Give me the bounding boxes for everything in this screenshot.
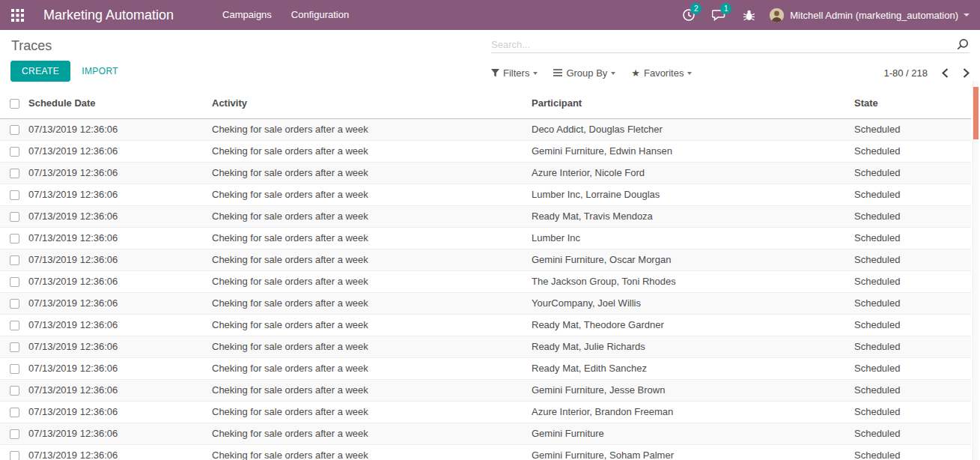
table-header-row: Schedule Date Activity Participant State: [0, 88, 971, 119]
table-row[interactable]: 07/13/2019 12:36:06 Cheking for sale ord…: [0, 380, 971, 402]
cell-activity: Cheking for sale orders after a week: [212, 249, 532, 271]
messages-button[interactable]: 1: [704, 0, 734, 30]
table-row[interactable]: 07/13/2019 12:36:06 Cheking for sale ord…: [0, 163, 971, 184]
table-row[interactable]: 07/13/2019 12:36:06 Cheking for sale ord…: [0, 228, 971, 249]
cell-participant: Deco Addict, Douglas Fletcher: [532, 119, 854, 141]
pager-value[interactable]: 1-80 / 218: [883, 67, 928, 79]
row-checkbox-cell: [0, 358, 28, 380]
row-checkbox[interactable]: [10, 386, 19, 396]
row-checkbox[interactable]: [10, 212, 19, 222]
cell-state: Scheduled: [854, 358, 971, 380]
apps-menu-button[interactable]: [0, 0, 34, 30]
cell-schedule-date: 07/13/2019 12:36:06: [28, 358, 212, 380]
bug-icon: [743, 9, 755, 22]
user-menu[interactable]: Mitchell Admin (marketing_automation): [770, 8, 970, 22]
group-by-menu[interactable]: Group By: [549, 67, 620, 79]
cell-state: Scheduled: [854, 163, 971, 184]
row-checkbox[interactable]: [10, 169, 19, 178]
row-checkbox-cell: [0, 423, 28, 445]
row-checkbox[interactable]: [10, 429, 19, 439]
search-bar: [491, 36, 970, 53]
cell-activity: Cheking for sale orders after a week: [212, 293, 532, 315]
row-checkbox[interactable]: [10, 234, 19, 243]
cell-participant: Gemini Furniture: [532, 423, 854, 445]
column-header-activity[interactable]: Activity: [212, 88, 532, 119]
row-checkbox[interactable]: [10, 321, 19, 330]
group-by-label: Group By: [566, 67, 607, 79]
select-all-header[interactable]: [0, 88, 28, 119]
table-row[interactable]: 07/13/2019 12:36:06 Cheking for sale ord…: [0, 293, 971, 315]
app-title[interactable]: Marketing Automation: [43, 7, 174, 23]
column-header-participant[interactable]: Participant: [532, 88, 854, 119]
search-options-row: Filters Group By ★ Favorites 1-80 / 218: [487, 63, 970, 82]
cell-schedule-date: 07/13/2019 12:36:06: [28, 423, 212, 445]
table-row[interactable]: 07/13/2019 12:36:06 Cheking for sale ord…: [0, 445, 971, 460]
cell-schedule-date: 07/13/2019 12:36:06: [28, 336, 212, 358]
cell-participant: Azure Interior, Nicole Ford: [532, 163, 854, 184]
row-checkbox[interactable]: [10, 364, 19, 374]
chevron-down-icon: [611, 72, 615, 75]
cell-participant: Ready Mat, Travis Mendoza: [532, 206, 854, 228]
search-input[interactable]: [491, 39, 956, 50]
select-all-checkbox[interactable]: [10, 99, 19, 109]
table-row[interactable]: 07/13/2019 12:36:06 Cheking for sale ord…: [0, 119, 971, 141]
cell-participant: Gemini Furniture, Soham Palmer: [532, 445, 854, 460]
menu-item-campaigns[interactable]: Campaigns: [213, 0, 281, 30]
row-checkbox[interactable]: [10, 255, 19, 265]
star-icon: ★: [631, 67, 640, 79]
row-checkbox[interactable]: [10, 342, 19, 352]
import-button[interactable]: IMPORT: [82, 66, 118, 76]
pager-previous-button[interactable]: [942, 68, 949, 78]
table-row[interactable]: 07/13/2019 12:36:06 Cheking for sale ord…: [0, 249, 971, 271]
messages-badge: 1: [720, 3, 731, 14]
table-row[interactable]: 07/13/2019 12:36:06 Cheking for sale ord…: [0, 336, 971, 358]
search-button[interactable]: [956, 38, 970, 50]
table-row[interactable]: 07/13/2019 12:36:06 Cheking for sale ord…: [0, 358, 971, 380]
row-checkbox[interactable]: [10, 190, 19, 200]
filters-menu[interactable]: Filters: [487, 67, 542, 79]
cell-activity: Cheking for sale orders after a week: [212, 402, 532, 423]
pager-next-button[interactable]: [963, 68, 970, 78]
cell-activity: Cheking for sale orders after a week: [212, 163, 532, 184]
row-checkbox[interactable]: [10, 451, 19, 460]
menu-item-configuration[interactable]: Configuration: [281, 0, 359, 30]
cell-activity: Cheking for sale orders after a week: [212, 228, 532, 249]
table-row[interactable]: 07/13/2019 12:36:06 Cheking for sale ord…: [0, 423, 971, 445]
chevron-right-icon: [963, 68, 970, 78]
row-checkbox[interactable]: [10, 147, 19, 157]
cell-activity: Cheking for sale orders after a week: [212, 380, 532, 402]
cell-state: Scheduled: [854, 206, 971, 228]
row-checkbox-cell: [0, 249, 28, 271]
systray: 2 1: [674, 0, 980, 30]
debug-button[interactable]: [734, 0, 764, 30]
row-checkbox[interactable]: [10, 408, 19, 417]
cell-participant: Gemini Furniture, Jesse Brown: [532, 380, 854, 402]
row-checkbox-cell: [0, 119, 28, 141]
row-checkbox-cell: [0, 402, 28, 423]
table-row[interactable]: 07/13/2019 12:36:06 Cheking for sale ord…: [0, 271, 971, 293]
cell-state: Scheduled: [854, 315, 971, 336]
row-checkbox[interactable]: [10, 299, 19, 309]
table-row[interactable]: 07/13/2019 12:36:06 Cheking for sale ord…: [0, 315, 971, 336]
column-header-schedule-date[interactable]: Schedule Date: [28, 88, 212, 119]
cell-schedule-date: 07/13/2019 12:36:06: [28, 402, 212, 423]
cell-state: Scheduled: [854, 445, 971, 460]
table-row[interactable]: 07/13/2019 12:36:06 Cheking for sale ord…: [0, 206, 971, 228]
row-checkbox[interactable]: [10, 277, 19, 287]
action-buttons: CREATE IMPORT: [10, 61, 118, 82]
table-row[interactable]: 07/13/2019 12:36:06 Cheking for sale ord…: [0, 141, 971, 163]
column-header-state[interactable]: State: [854, 88, 971, 119]
table-row[interactable]: 07/13/2019 12:36:06 Cheking for sale ord…: [0, 184, 971, 206]
cell-state: Scheduled: [854, 249, 971, 271]
cell-state: Scheduled: [854, 141, 971, 163]
cell-state: Scheduled: [854, 228, 971, 249]
table-row[interactable]: 07/13/2019 12:36:06 Cheking for sale ord…: [0, 402, 971, 423]
create-button[interactable]: CREATE: [10, 61, 70, 82]
activities-button[interactable]: 2: [674, 0, 704, 30]
cell-participant: Lumber Inc: [532, 228, 854, 249]
page-title: Traces: [11, 38, 52, 54]
vertical-scrollbar[interactable]: [973, 81, 979, 460]
row-checkbox[interactable]: [10, 125, 19, 135]
favorites-menu[interactable]: ★ Favorites: [627, 67, 696, 79]
scrollbar-thumb[interactable]: [973, 87, 979, 139]
